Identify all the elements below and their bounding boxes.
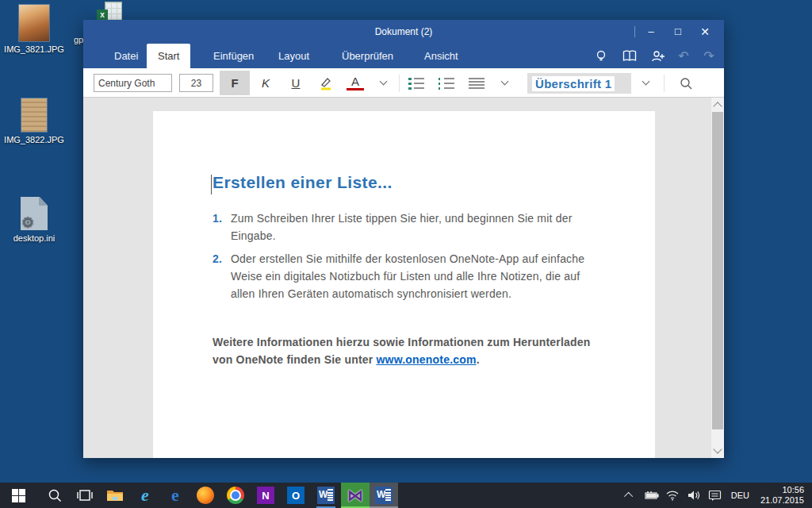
title-bar[interactable]: Dokument (2) – □ ✕ [83, 20, 724, 44]
taskbar-search-button[interactable] [40, 483, 70, 508]
tab-ueberpruefen[interactable]: Überprüfen [331, 44, 404, 68]
word-icon: W [317, 487, 335, 504]
toolbar-divider [399, 75, 400, 92]
clock[interactable]: 10:56 21.07.2015 [757, 485, 807, 506]
close-button[interactable]: ✕ [692, 20, 718, 44]
tab-ansicht[interactable]: Ansicht [413, 44, 469, 68]
task-view-button[interactable] [70, 483, 100, 508]
font-color-button[interactable]: A [342, 71, 369, 95]
scroll-up-arrow[interactable] [713, 102, 722, 110]
numbered-list-button[interactable] [432, 71, 461, 95]
desktop-icon-label: IMG_3822.JPG [3, 135, 65, 144]
word-icon: W [375, 487, 393, 504]
list-number: 2. [213, 250, 222, 267]
firefox-icon [197, 487, 214, 504]
font-options-chevron[interactable] [370, 71, 396, 95]
scrollbar-thumb[interactable] [712, 112, 723, 429]
word-button-active[interactable]: W [370, 483, 398, 508]
task-view-icon [77, 489, 93, 502]
folder-icon [106, 488, 124, 502]
battery-charging-icon[interactable] [643, 483, 659, 508]
firefox-button[interactable] [190, 483, 220, 508]
share-add-person-icon[interactable] [648, 48, 668, 65]
internet-explorer-icon: e [141, 485, 149, 506]
toolbar-divider [664, 75, 665, 92]
tab-layout[interactable]: Layout [267, 44, 320, 68]
start-button[interactable] [3, 483, 33, 508]
list-text: Zum Schreiben Ihrer Liste tippen Sie hie… [231, 210, 593, 244]
vertical-scrollbar[interactable] [711, 98, 724, 458]
maximize-button[interactable]: □ [665, 20, 691, 44]
style-selector[interactable]: Überschrift 1 [527, 73, 631, 94]
italic-button[interactable]: K [251, 71, 280, 95]
font-name-input[interactable] [94, 74, 172, 92]
folded-corner [39, 197, 48, 206]
desktop-icon-excel-file[interactable]: x [97, 0, 122, 21]
ribbon-tab-row: Datei Start Einfügen Layout Überprüfen A… [83, 44, 724, 68]
word-button-running[interactable]: W [311, 483, 341, 508]
visual-studio-icon: ⋈ [347, 487, 363, 503]
tab-start[interactable]: Start [147, 44, 190, 68]
desktop-icon-desktop-ini[interactable]: ⚙ desktop.ini [3, 197, 65, 243]
align-justify-button[interactable] [462, 71, 491, 95]
outlook-icon: O [287, 487, 304, 504]
wifi-icon[interactable] [665, 483, 680, 508]
chrome-button[interactable] [220, 483, 251, 508]
desktop-icon-label-partial: gp [74, 35, 83, 44]
image-thumbnail [21, 98, 47, 132]
document-canvas: Erstellen einer Liste... 1. Zum Schreibe… [83, 98, 724, 458]
internet-explorer-button[interactable]: e [130, 483, 160, 508]
desktop-icon-label: desktop.ini [3, 233, 65, 243]
tell-me-lightbulb-icon[interactable] [591, 48, 611, 65]
onenote-link[interactable]: www.onenote.com [376, 353, 476, 366]
desktop-icon-img3821[interactable]: IMG_3821.JPG [3, 5, 65, 54]
search-icon [47, 487, 63, 503]
window-title: Dokument (2) [83, 20, 724, 44]
underline-button[interactable]: U [282, 71, 310, 95]
read-mode-book-icon[interactable] [619, 48, 640, 65]
footer-paragraph[interactable]: Weitere Informationen hierzu sowie Infor… [213, 333, 592, 368]
action-center-icon[interactable] [707, 483, 723, 508]
text-cursor [211, 175, 212, 194]
bold-button[interactable]: F [220, 71, 250, 95]
desktop-icon-label: IMG_3821.JPG [3, 44, 65, 54]
desktop-icon-img3822[interactable]: IMG_3822.JPG [3, 98, 65, 144]
paragraph-options-chevron[interactable] [492, 71, 516, 95]
language-indicator[interactable]: DEU [729, 491, 752, 500]
redo-icon-disabled: ↷ [699, 48, 719, 65]
list-item-2[interactable]: 2. Oder erstellen Sie mithilfe der koste… [213, 250, 593, 302]
list-text: Oder erstellen Sie mithilfe der kostenlo… [231, 250, 593, 302]
onenote-button[interactable]: N [251, 483, 281, 508]
scroll-down-arrow[interactable] [713, 444, 722, 453]
titlebar-divider [634, 26, 635, 37]
search-icon[interactable] [670, 71, 702, 95]
styles-chevron[interactable] [634, 71, 657, 95]
excel-x-badge: x [97, 10, 108, 21]
visual-studio-button-attention[interactable]: ⋈ [341, 483, 370, 508]
font-color-bar [347, 88, 364, 90]
chrome-icon [227, 487, 244, 504]
style-name: Überschrift 1 [532, 76, 615, 91]
image-thumbnail [19, 5, 49, 41]
bullet-list-button[interactable] [402, 71, 431, 95]
undo-icon-disabled: ↶ [673, 48, 694, 65]
font-size-input[interactable] [179, 74, 213, 92]
file-explorer-button[interactable] [100, 483, 130, 508]
list-item-1[interactable]: 1. Zum Schreiben Ihrer Liste tippen Sie … [213, 210, 593, 244]
volume-icon[interactable] [686, 483, 702, 508]
minimize-button[interactable]: – [638, 20, 664, 44]
show-hidden-icons-chevron[interactable] [622, 483, 638, 508]
document-page[interactable]: Erstellen einer Liste... 1. Zum Schreibe… [153, 111, 655, 458]
list-number: 1. [213, 210, 222, 227]
tab-einfuegen[interactable]: Einfügen [202, 44, 265, 68]
tab-datei[interactable]: Datei [103, 44, 149, 68]
tray-time: 10:56 [760, 485, 804, 495]
word-window: Dokument (2) – □ ✕ Datei Start Einfügen … [83, 20, 724, 458]
outlook-button[interactable]: O [281, 483, 311, 508]
highlighter-button[interactable] [312, 71, 340, 95]
edge-button[interactable]: e [160, 483, 190, 508]
windows-logo-icon [12, 489, 25, 502]
document-heading[interactable]: Erstellen einer Liste... [213, 173, 393, 192]
system-tray: DEU 10:56 21.07.2015 [622, 483, 812, 508]
system-file-icon: ⚙ [21, 197, 48, 230]
